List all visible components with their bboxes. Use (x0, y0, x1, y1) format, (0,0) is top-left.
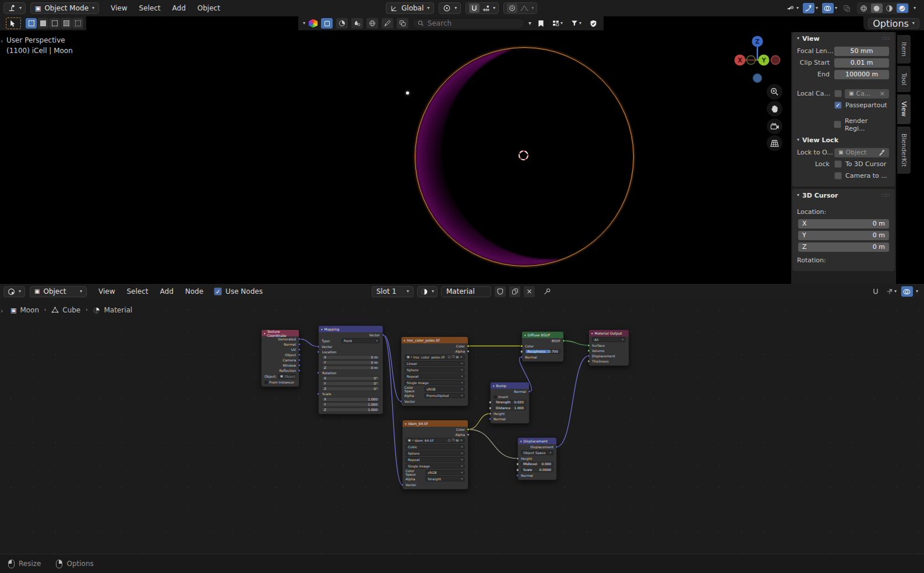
node-row-alpha[interactable]: AlphaStraight▾ (403, 476, 468, 482)
socket-in[interactable] (401, 483, 404, 487)
node-header[interactable]: ▾ldem_64.tif (403, 420, 468, 427)
menu-select[interactable]: Select (133, 4, 167, 12)
value-field[interactable]: X0 m (322, 355, 380, 360)
socket-in[interactable] (317, 350, 320, 354)
node-menu-node[interactable]: Node (179, 287, 209, 296)
socket-out[interactable] (298, 364, 301, 367)
asset-type-hdr-button[interactable] (366, 18, 378, 29)
node-menu-add[interactable]: Add (154, 287, 179, 296)
chevron-down-icon[interactable]: ▾ (303, 21, 305, 26)
socket-out[interactable] (467, 344, 470, 348)
value-field[interactable]: X0° (322, 376, 380, 381)
socket-in[interactable] (317, 345, 320, 349)
asset-type-model-button[interactable] (321, 18, 333, 29)
value-field[interactable]: Z0° (322, 386, 380, 391)
node-row-linear[interactable]: Linear▾ (401, 360, 468, 367)
node-header[interactable]: ▾Diffuse BSDF (522, 332, 563, 338)
chevron-down-icon[interactable]: ▾ (528, 20, 531, 26)
tool-options-dropdown[interactable]: Options ▾ (868, 18, 919, 29)
xray-toggle[interactable] (841, 3, 853, 13)
select-mode-new-button[interactable] (26, 18, 37, 29)
socket-out[interactable] (555, 445, 559, 449)
bookmark-button[interactable] (535, 18, 546, 29)
socket-out[interactable] (467, 433, 470, 437)
socket-out[interactable] (298, 369, 301, 372)
passepartout-checkbox[interactable]: ✓ (834, 101, 842, 109)
gizmo-neg-y-axis[interactable] (747, 56, 756, 65)
blenderkit-search-box[interactable] (412, 18, 525, 29)
clear-icon[interactable]: × (880, 90, 885, 97)
dropdown[interactable]: Sphere▾ (404, 367, 465, 372)
unlink-material-button[interactable]: × (524, 286, 535, 297)
node-header[interactable]: ▾Texture Coordinate (262, 330, 299, 336)
local-camera-object-field[interactable]: ▣Ca... × (845, 89, 889, 99)
image-selector[interactable]: ▣▾ldem_64.tif⬠❐▤× (405, 438, 465, 443)
object-selector[interactable]: ▣Object✑ (278, 374, 296, 379)
slider-roughness[interactable]: Roughness0.700 (525, 349, 560, 354)
node-row-from-instancer[interactable]: From Instancer (262, 379, 299, 385)
node-row-type-[interactable]: Type:Point▾ (319, 338, 383, 344)
node-displacement[interactable]: ▾DisplacementDisplacementObject Space▾He… (517, 437, 557, 480)
socket-out[interactable] (467, 350, 470, 353)
local-camera-checkbox[interactable] (834, 90, 842, 97)
dropdown[interactable]: Point▾ (341, 338, 380, 343)
node-row-sphere[interactable]: Sphere▾ (403, 450, 468, 456)
dropdown[interactable]: Premultiplied▾ (424, 393, 465, 398)
node-row-color-space[interactable]: Color SpacesRGB▾ (401, 386, 468, 392)
socket-in[interactable] (520, 350, 524, 353)
socket-in[interactable] (520, 344, 524, 348)
cursor-panel-header[interactable]: ▾ 3D Cursor ∷∷ (792, 189, 895, 202)
node-mapping[interactable]: ▾MappingVectorType:Point▾VectorLocationX… (318, 325, 383, 414)
asset-type-nodegroup-button[interactable] (397, 18, 408, 29)
node-row-y[interactable]: Y0° (319, 381, 383, 386)
value-field[interactable]: Y0° (322, 381, 380, 386)
socket-out[interactable] (467, 428, 470, 431)
dropdown[interactable]: sRGB▾ (425, 470, 465, 475)
socket-in[interactable] (516, 457, 520, 460)
socket-out[interactable] (528, 390, 531, 393)
value-field[interactable]: Y0 m (322, 360, 380, 365)
socket-out[interactable] (562, 339, 566, 343)
node-texcoord[interactable]: ▾Texture CoordinateGeneratedNormalUVObje… (261, 329, 299, 387)
select-mode-intersect-button[interactable] (72, 18, 83, 29)
transform-orientation-selector[interactable]: Global ▾ (386, 2, 434, 14)
node-row-x[interactable]: X0 m (319, 354, 383, 360)
value-field[interactable]: Z0 m (322, 365, 380, 370)
panel-grip-icon[interactable]: ∷∷ (883, 192, 890, 198)
asset-type-material-button[interactable] (336, 18, 348, 29)
node-header[interactable]: ▾Displacement (518, 438, 556, 444)
node-row-lroc-color-poles-tif[interactable]: ▣▾lroc_color_poles.tif⬠❐▤× (401, 354, 468, 360)
search-input[interactable] (428, 19, 519, 27)
dropdown[interactable]: Object Space▾ (521, 450, 553, 455)
node-row-y[interactable]: Y0 m (319, 360, 383, 365)
socket-in[interactable] (317, 392, 320, 396)
cursor-x-field[interactable]: X0 m (798, 219, 889, 229)
menu-add[interactable]: Add (167, 4, 192, 12)
socket-in[interactable] (489, 412, 492, 416)
sidebar-collapse-arrow[interactable]: › (1, 37, 3, 45)
value-field[interactable]: Y1.000 (322, 402, 380, 407)
menu-object[interactable]: Object (192, 4, 226, 12)
socket-out[interactable] (298, 343, 301, 346)
zoom-button[interactable] (767, 84, 782, 100)
node-row-y[interactable]: Y1.000 (319, 402, 383, 407)
gizmo-neg-x-axis[interactable] (771, 56, 780, 65)
node-row-x[interactable]: X0° (319, 375, 383, 381)
dropdown[interactable]: All▾ (592, 337, 626, 342)
navigation-gizmo[interactable]: Z X Y (730, 33, 785, 87)
asset-type-scene-button[interactable] (351, 18, 363, 29)
node-row-z[interactable]: Z0° (319, 386, 383, 391)
slider-midlevel[interactable]: Midlevel0.000 (521, 462, 553, 467)
dropdown[interactable]: Repeat▾ (405, 457, 465, 462)
node-row-distance[interactable]: Distance1.000 (491, 405, 529, 411)
gizmo-neg-z-axis[interactable] (753, 74, 762, 83)
dropdown[interactable]: Straight▾ (425, 476, 465, 481)
blenderkit-logo-icon[interactable] (309, 19, 318, 28)
overlays-toggle[interactable] (822, 3, 834, 13)
node-editor-canvas[interactable]: › ▣ Moon › Cube › Materia (0, 299, 924, 554)
panel-grip-icon[interactable]: ∷∷ (883, 36, 890, 41)
node-bump[interactable]: ▾BumpNormalInvertStrength0.020Distance1.… (490, 382, 530, 424)
node-row-invert[interactable]: Invert (491, 394, 529, 399)
tab-tool[interactable]: Tool (897, 66, 911, 92)
pin-button[interactable] (542, 286, 553, 297)
